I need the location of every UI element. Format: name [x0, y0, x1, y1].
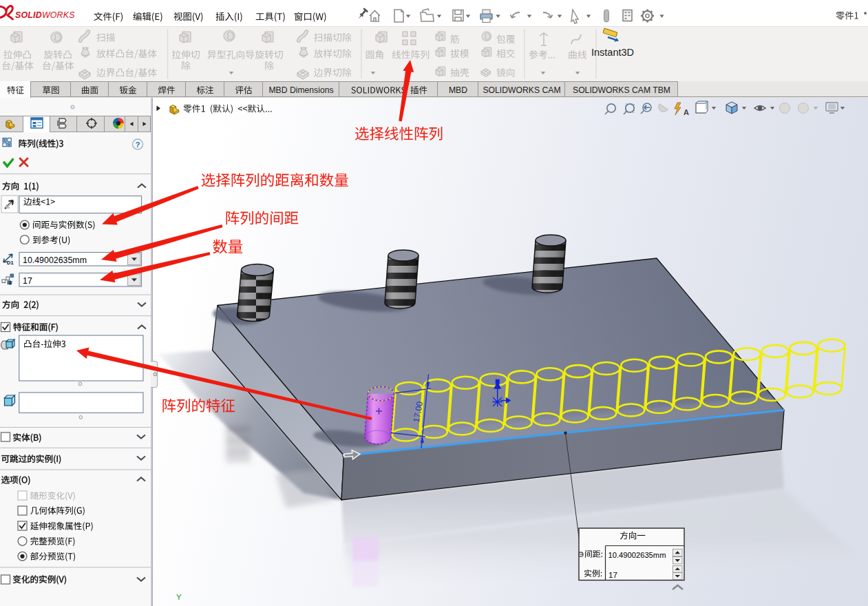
svg-text:#: # [9, 280, 12, 286]
svg-text:?: ? [135, 140, 140, 149]
svg-text:A: A [684, 108, 689, 116]
svg-text:D1: D1 [7, 260, 14, 266]
